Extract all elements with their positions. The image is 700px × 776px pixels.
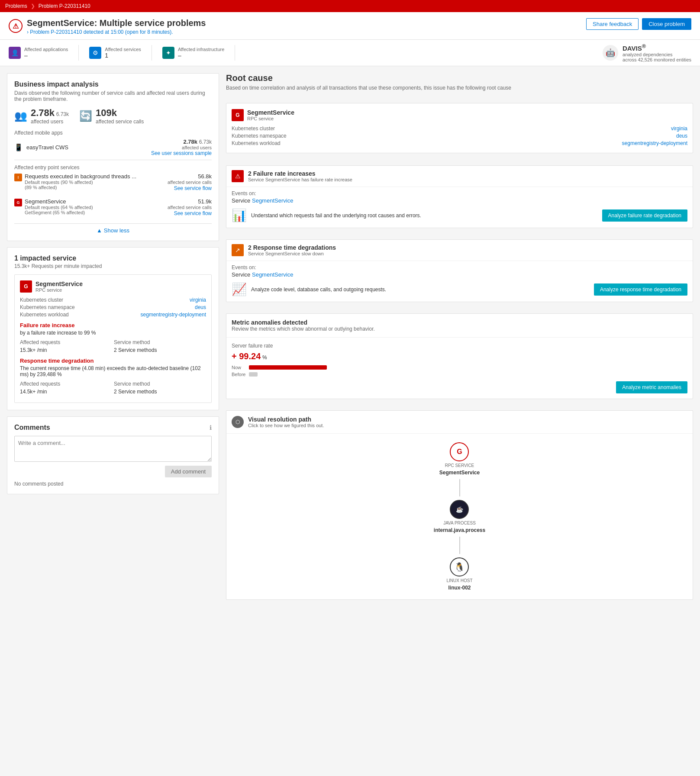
davis-desc-line2: across 42,526 monitored entities: [623, 57, 691, 62]
failure-rate-event-icon: ⚠: [232, 170, 244, 182]
header-title-block: SegmentService: Multiple service problem…: [27, 18, 206, 35]
stat-services-label: Affected services: [105, 47, 141, 52]
bar-row-before: Before: [232, 372, 687, 377]
comment-btn-row: Add comment: [14, 466, 212, 477]
stat-infra-content: Affected infrastructure –: [178, 47, 224, 59]
problem-id-link[interactable]: Problem P-220311410: [30, 29, 82, 35]
stat-infra-label: Affected infrastructure: [178, 47, 224, 52]
service-2-flow-link[interactable]: See service flow: [174, 210, 212, 216]
stat-affected-applications[interactable]: 👤 Affected applications –: [9, 45, 79, 61]
fr-method-label: Service method: [114, 339, 206, 345]
calls-icon: 🔄: [79, 110, 92, 122]
response-time-label[interactable]: Response time degradation: [20, 357, 206, 364]
failure-rate-desc: by a failure rate increase to 99 %: [20, 330, 206, 336]
comments-title: Comments: [14, 424, 50, 431]
business-impact-card: Business impact analysis Davis observed …: [7, 73, 219, 241]
left-column: Business impact analysis Davis observed …: [7, 73, 219, 494]
kv-namespace-val[interactable]: deus: [195, 304, 206, 310]
response-time-event-card: ↗ 2 Response time degradations Service S…: [226, 239, 693, 302]
root-cause-subtitle: Based on time correlation and analysis o…: [226, 85, 693, 91]
service-1-flow-link[interactable]: See service flow: [174, 185, 212, 191]
root-cause-section: Root cause Based on time correlation and…: [226, 73, 693, 97]
failure-req-grid: Affected requests Service method 15.3k+ …: [20, 339, 206, 353]
davis-name: DAVIS®: [623, 43, 691, 52]
vis-node-linux: 🐧 LINUX HOST linux-002: [446, 557, 472, 591]
users-icon: 👥: [14, 110, 27, 122]
response-time-service-link: Service SegmentService: [232, 271, 687, 278]
response-time-desc: The current response time (4.08 min) exc…: [20, 365, 206, 377]
linux-host-type-label: LINUX HOST: [446, 578, 472, 583]
breadcrumb-current: Problem P-220311410: [39, 3, 90, 9]
rc-namespace-val[interactable]: deus: [676, 133, 687, 139]
fr-method-val: 2 Service methods: [114, 347, 206, 353]
davis-logo: 🤖: [603, 45, 618, 61]
comment-input[interactable]: [14, 436, 212, 462]
divider-2: [14, 223, 212, 224]
resolution-icon: ⬡: [232, 416, 244, 428]
see-user-sessions-link[interactable]: See user sessions sample: [151, 150, 212, 156]
business-impact-title: Business impact analysis: [14, 80, 212, 88]
analyze-metric-anomalies-button[interactable]: Analyze metric anomalies: [616, 381, 687, 393]
response-time-event-icon: ↗: [232, 244, 244, 256]
rt-req-grid: Affected requests Service method 14.5k+ …: [20, 381, 206, 395]
root-cause-title: Root cause: [226, 73, 693, 83]
vis-node-process: ☕ JAVA PROCESS internal.java.process: [434, 500, 485, 533]
service-2-calls-label: affected service calls: [168, 205, 212, 210]
response-time-desc-row: 📈 Analyze code level, database calls, an…: [232, 282, 386, 296]
service-row-2: G SegmentService Default requests (64 % …: [14, 198, 212, 220]
resolution-body: G RPC SERVICE SegmentService ☕ JAVA PROC…: [226, 434, 693, 599]
kv-cluster-val[interactable]: virginia: [190, 297, 206, 303]
share-feedback-button[interactable]: Share feedback: [586, 18, 639, 30]
service-1-calls-label: affected service calls: [168, 180, 212, 185]
kv-workload-val[interactable]: segmentregistry-deployment: [141, 312, 206, 318]
stat-affected-services[interactable]: ⚙ Affected services 1: [89, 45, 152, 61]
impacted-service-title: 1 impacted service: [14, 254, 212, 262]
show-less-button[interactable]: ▲ Show less: [14, 227, 212, 234]
comments-card: Comments ℹ Add comment No comments poste…: [7, 416, 219, 494]
metric-anomaly-title: Metric anomalies detected: [232, 319, 687, 326]
failure-rate-event-subtitle: Service SegmentService has failure rate …: [248, 177, 352, 182]
metric-server-failure-label: Server failure rate: [232, 343, 687, 349]
impacted-service-header: G SegmentService RPC service: [20, 280, 206, 293]
davis-desc-line1: analyzed dependencies: [623, 52, 691, 57]
mobile-app-row: 📱 easyTravel CWS 2.78k 6.73k affected us…: [14, 138, 212, 156]
analyze-response-time-button[interactable]: Analyze response time degradation: [594, 283, 687, 296]
rc-workload-val[interactable]: segmentregistry-deployment: [622, 140, 687, 146]
problem-time-text: detected at 15:00 (open for 8 minutes).: [84, 29, 173, 35]
resolution-subtitle: Click to see how we figured this out.: [248, 423, 324, 428]
rc-service-card: G SegmentService RPC service Kubernetes …: [226, 103, 693, 153]
service-2-right: 51.9k affected service calls See service…: [168, 198, 212, 216]
comments-header: Comments ℹ: [14, 424, 212, 431]
metric-calls-label: affected service calls: [96, 119, 144, 125]
resolution-header: ⬡ Visual resolution path Click to see ho…: [226, 411, 693, 434]
service-2-detail-1: Default requests (64 % affected): [25, 205, 93, 210]
failure-rate-service-label: Service: [232, 197, 250, 204]
stat-affected-infrastructure[interactable]: ✦ Affected infrastructure –: [162, 45, 235, 61]
metrics-row: 👥 2.78k 6.73k affected users 🔄 109k affe…: [14, 107, 212, 125]
add-comment-button[interactable]: Add comment: [165, 466, 212, 477]
metric-calls: 🔄 109k affected service calls: [79, 107, 144, 125]
analyze-failure-rate-button[interactable]: Analyze failure rate degradation: [602, 209, 687, 222]
rt-method-val: 2 Service methods: [114, 389, 206, 395]
stat-apps-value: –: [24, 52, 68, 59]
rc-cluster-val[interactable]: virginia: [671, 126, 687, 132]
response-time-event-subtitle: Service SegmentService slow down: [248, 251, 336, 256]
resolution-title-block: Visual resolution path Click to see how …: [248, 416, 324, 428]
metric-users-values: 2.78k 6.73k affected users: [31, 107, 69, 125]
failure-rate-service-name-link[interactable]: SegmentService: [252, 197, 293, 204]
stat-apps-content: Affected applications –: [24, 47, 68, 59]
java-process-name: internal.java.process: [434, 527, 485, 533]
service-2-details: SegmentService Default requests (64 % af…: [25, 198, 93, 215]
visual-resolution-card[interactable]: ⬡ Visual resolution path Click to see ho…: [226, 410, 693, 600]
response-time-desc-icon: 📈: [232, 282, 247, 296]
response-time-service-name-link[interactable]: SegmentService: [252, 271, 293, 278]
failure-rate-action-row: 📊 Understand which requests fail and the…: [232, 208, 687, 222]
failure-rate-label[interactable]: Failure rate increase: [20, 322, 206, 328]
response-time-service-label: Service: [232, 271, 250, 278]
affected-mobile-apps-label: Affected mobile apps: [14, 130, 212, 136]
failure-rate-event-header: ⚠ 2 Failure rate increases Service Segme…: [226, 166, 693, 187]
comments-info-icon[interactable]: ℹ: [210, 424, 212, 431]
mobile-users-block: 2.78k 6.73k affected users See user sess…: [151, 138, 212, 156]
breadcrumb-problems[interactable]: Problems: [5, 3, 31, 9]
close-problem-button[interactable]: Close problem: [642, 18, 691, 30]
